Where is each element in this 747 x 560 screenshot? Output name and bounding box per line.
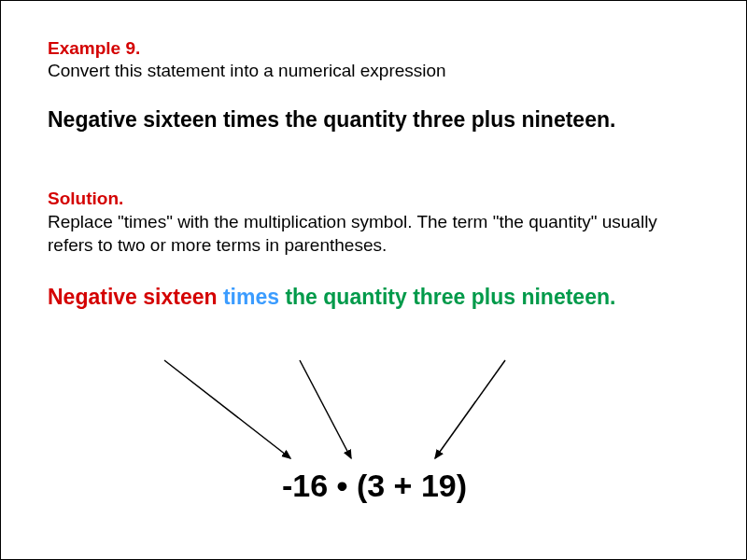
phrase-green: the quantity three plus nineteen. [285,285,615,309]
arrow-left-icon [164,360,290,458]
arrow-middle-icon [300,360,351,458]
solution-label: Solution. [48,189,699,209]
example-label: Example 9. [48,38,699,59]
problem-statement: Negative sixteen times the quantity thre… [48,107,699,133]
phrase-red: Negative sixteen [48,285,223,309]
arrow-right-icon [435,360,505,458]
instruction-text: Convert this statement into a numerical … [48,61,699,81]
colored-statement: Negative sixteen times the quantity thre… [48,285,699,310]
worksheet-content: Example 9. Convert this statement into a… [1,1,746,310]
phrase-blue: times [223,285,285,309]
solution-explanation: Replace "times" with the multiplication … [48,211,699,257]
numerical-expression: -16 • (3 + 19) [1,468,747,504]
arrows-diagram [1,356,747,477]
